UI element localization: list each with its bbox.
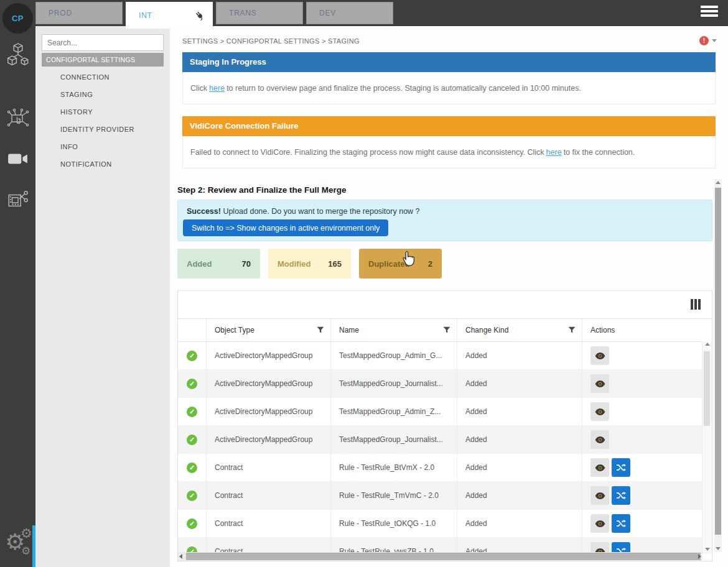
staging-banner-body: Click here to return to overview page an… bbox=[182, 72, 716, 104]
tab-prod[interactable]: PROD bbox=[35, 2, 123, 24]
merge-button[interactable] bbox=[612, 458, 630, 477]
table-vertical-scrollbar[interactable] bbox=[702, 341, 712, 552]
avatar[interactable]: CP bbox=[2, 3, 33, 34]
sidebar-item-info[interactable]: INFO bbox=[42, 138, 164, 155]
name-cell: TestMappedGroup_Admin_Z... bbox=[331, 398, 457, 425]
object-type-cell: Contract bbox=[207, 510, 331, 537]
table-row[interactable]: ✓ActiveDirectoryMappedGroupTestMappedGro… bbox=[178, 426, 712, 454]
staging-body-suffix: to return to overview page and finalize … bbox=[226, 84, 581, 93]
network-touch-icon[interactable] bbox=[0, 108, 35, 131]
scroll-up-icon[interactable] bbox=[714, 181, 722, 184]
stat-card-duplicated[interactable]: Duplicated2 bbox=[359, 249, 442, 279]
table-horizontal-scrollbar[interactable] bbox=[178, 552, 702, 561]
breadcrumb[interactable]: SETTINGS > CONFIGPORTAL SETTINGS > STAGI… bbox=[182, 37, 360, 45]
video-camera-icon[interactable] bbox=[0, 150, 35, 168]
column-chooser-icon[interactable] bbox=[691, 299, 701, 310]
stats-row: Added70Modified165Duplicated2 bbox=[177, 249, 442, 279]
film-cut-icon[interactable] bbox=[0, 189, 35, 213]
view-button[interactable] bbox=[590, 458, 609, 477]
success-alert: Success! Upload done. Do you want to mer… bbox=[177, 200, 712, 241]
scroll-down-icon[interactable] bbox=[714, 547, 722, 550]
merge-button[interactable] bbox=[612, 486, 630, 505]
view-button[interactable] bbox=[590, 430, 609, 449]
vidicore-here-link[interactable]: here bbox=[546, 148, 562, 157]
stat-label: Added bbox=[187, 259, 212, 269]
name-cell: TestMappedGroup_Journalist... bbox=[331, 426, 457, 453]
stat-value: 165 bbox=[328, 259, 342, 269]
name-cell: Rule - TestRule_tOKQG - 1.0 bbox=[331, 510, 457, 537]
scroll-left-icon[interactable] bbox=[179, 552, 182, 561]
switch-view-button[interactable]: Switch to => Show changes in active envi… bbox=[183, 219, 388, 236]
filter-icon[interactable] bbox=[317, 326, 324, 334]
staging-body-prefix: Click bbox=[190, 84, 207, 93]
tab-label: DEV bbox=[319, 9, 336, 17]
stat-card-modified[interactable]: Modified165 bbox=[268, 249, 351, 279]
search-input[interactable] bbox=[42, 34, 164, 51]
view-button[interactable] bbox=[590, 374, 609, 393]
gear-tiny-icon: ⚙ bbox=[21, 546, 30, 556]
shuffle-icon bbox=[616, 491, 626, 500]
table-row[interactable]: ✓ContractRule - TestRule_BtVmX - 2.0Adde… bbox=[178, 454, 712, 482]
table-row[interactable]: ✓ContractRule - TestRule_TmVmC - 2.0Adde… bbox=[178, 482, 712, 510]
table-row[interactable]: ✓ActiveDirectoryMappedGroupTestMappedGro… bbox=[178, 398, 712, 426]
check-circle-icon: ✓ bbox=[187, 379, 197, 389]
filter-icon[interactable] bbox=[443, 326, 450, 334]
view-button[interactable] bbox=[590, 402, 609, 421]
env-tabs: PRODINTTRANSDEV bbox=[35, 2, 393, 29]
eye-icon bbox=[595, 520, 605, 528]
object-type-cell: Contract bbox=[207, 454, 331, 481]
row-status-cell: ✓ bbox=[178, 342, 207, 369]
sidebar-item-staging[interactable]: STAGING bbox=[42, 86, 164, 103]
hamburger-menu-icon[interactable] bbox=[701, 6, 718, 19]
staging-here-link[interactable]: here bbox=[209, 84, 225, 93]
stat-label: Modified bbox=[278, 259, 310, 269]
check-circle-icon: ✓ bbox=[187, 407, 197, 417]
sidebar-item-notification[interactable]: NOTIFICATION bbox=[42, 155, 164, 173]
error-badge[interactable]: ! bbox=[699, 36, 717, 45]
header-actions[interactable]: Actions bbox=[582, 319, 702, 341]
actions-cell bbox=[582, 342, 702, 369]
table-vscroll-thumb[interactable] bbox=[704, 351, 710, 426]
object-type-cell: ActiveDirectoryMappedGroup bbox=[207, 342, 331, 369]
column-title: Actions bbox=[590, 326, 615, 334]
actions-cell bbox=[582, 398, 702, 425]
sidebar-section-header[interactable]: CONFIGPORTAL SETTINGS bbox=[42, 53, 164, 67]
view-button[interactable] bbox=[590, 486, 609, 505]
scroll-up-icon[interactable] bbox=[702, 343, 712, 346]
header-name[interactable]: Name bbox=[331, 319, 457, 341]
view-button[interactable] bbox=[590, 346, 609, 365]
chevron-down-icon bbox=[712, 39, 717, 42]
column-title: Change Kind bbox=[465, 326, 508, 334]
table-hscroll-thumb[interactable] bbox=[186, 553, 701, 560]
tab-int[interactable]: INT bbox=[126, 2, 213, 29]
name-cell: TestMappedGroup_Admin_G... bbox=[331, 342, 457, 369]
cubes-icon[interactable] bbox=[0, 42, 35, 68]
tab-trans[interactable]: TRANS bbox=[216, 2, 303, 24]
sidebar-item-history[interactable]: HISTORY bbox=[42, 103, 164, 121]
change-kind-cell: Added bbox=[457, 482, 582, 509]
table-row[interactable]: ✓ActiveDirectoryMappedGroupTestMappedGro… bbox=[178, 342, 712, 370]
header-object-type[interactable]: Object Type bbox=[207, 319, 331, 341]
sidebar-item-connection[interactable]: CONNECTION bbox=[42, 68, 164, 86]
merge-button[interactable] bbox=[612, 514, 630, 533]
eye-icon bbox=[595, 464, 605, 472]
active-indicator-bar bbox=[32, 525, 35, 567]
eye-icon bbox=[595, 408, 605, 416]
table-row[interactable]: ✓ContractRule - TestRule_tOKQG - 1.0Adde… bbox=[178, 510, 712, 538]
filter-icon[interactable] bbox=[568, 326, 576, 334]
view-button[interactable] bbox=[590, 514, 609, 533]
object-type-cell: ActiveDirectoryMappedGroup bbox=[207, 398, 331, 425]
sidebar-item-identity-provider[interactable]: IDENTITY PROVIDER bbox=[42, 121, 164, 138]
tab-label: INT bbox=[139, 11, 152, 20]
main-vscroll-thumb[interactable] bbox=[715, 188, 721, 535]
header-change-kind[interactable]: Change Kind bbox=[457, 319, 582, 341]
stat-value: 2 bbox=[428, 259, 432, 269]
table-row[interactable]: ✓ActiveDirectoryMappedGroupTestMappedGro… bbox=[178, 370, 712, 398]
scroll-right-icon[interactable] bbox=[698, 552, 701, 561]
main-vertical-scrollbar[interactable] bbox=[714, 179, 722, 552]
object-type-cell: ActiveDirectoryMappedGroup bbox=[207, 370, 331, 397]
scroll-down-icon[interactable] bbox=[702, 548, 712, 551]
tab-dev[interactable]: DEV bbox=[306, 2, 393, 24]
vidicore-body-prefix: Failed to connect to VidiCore. Finalizin… bbox=[190, 148, 544, 157]
stat-card-added[interactable]: Added70 bbox=[177, 249, 260, 279]
